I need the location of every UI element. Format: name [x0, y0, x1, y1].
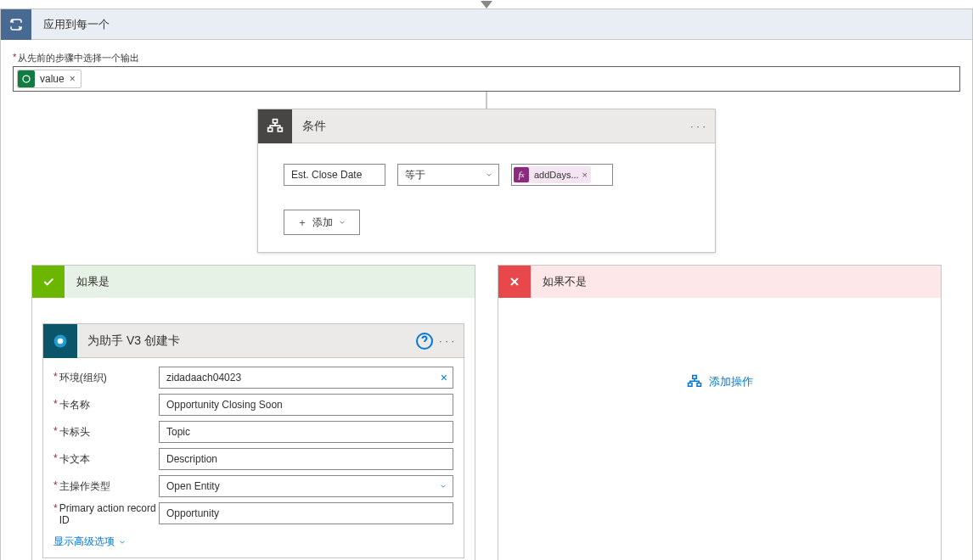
- value-token[interactable]: value ×: [17, 70, 82, 88]
- clear-icon[interactable]: ×: [441, 371, 447, 384]
- if-no-title: 如果不是: [543, 274, 587, 289]
- apply-to-each-header[interactable]: 应用到每一个: [1, 9, 972, 40]
- condition-operator-select[interactable]: 等于: [397, 164, 499, 186]
- svg-rect-9: [697, 384, 701, 387]
- svg-rect-8: [688, 384, 692, 387]
- svg-rect-7: [692, 376, 696, 379]
- plus-icon: ＋: [297, 216, 307, 230]
- chevron-down-icon: [439, 482, 447, 490]
- condition-left-value: Est. Close Date: [291, 169, 362, 181]
- condition-more-button[interactable]: · · ·: [686, 115, 710, 138]
- add-action-label: 添加操作: [709, 374, 753, 389]
- condition-title: 条件: [302, 119, 686, 134]
- env-input[interactable]: zidadaach04023 ×: [159, 367, 453, 389]
- chevron-down-icon: [338, 218, 346, 227]
- if-no-header: 如果不是: [498, 266, 941, 298]
- add-action-icon: [687, 374, 702, 389]
- fx-icon: fx: [514, 167, 529, 182]
- show-advanced-label: 显示高级选项: [53, 535, 115, 549]
- if-yes-header: 如果是: [32, 266, 475, 298]
- primary-action-type-select[interactable]: Open Entity: [159, 475, 453, 497]
- close-icon: [498, 266, 531, 298]
- card-text-label: *卡文本: [53, 452, 159, 467]
- help-icon[interactable]: [414, 331, 435, 351]
- svg-rect-1: [273, 119, 278, 122]
- expression-token-label: addDays...: [534, 170, 579, 180]
- card-text-input[interactable]: Description: [159, 448, 453, 470]
- apply-to-each-title: 应用到每一个: [43, 17, 110, 32]
- card-name-input[interactable]: Opportunity Closing Soon: [159, 394, 453, 416]
- condition-header[interactable]: 条件 · · ·: [258, 109, 715, 143]
- dynamics-icon: [43, 324, 77, 358]
- card-name-value: Opportunity Closing Soon: [166, 399, 283, 411]
- expression-token[interactable]: fx addDays... ×: [514, 166, 591, 183]
- card-text-value: Description: [166, 453, 217, 465]
- primary-record-value: Opportunity: [166, 507, 219, 519]
- svg-point-5: [58, 338, 64, 344]
- prev-output-input[interactable]: value ×: [13, 66, 960, 92]
- show-advanced-link[interactable]: 显示高级选项: [53, 535, 127, 549]
- apply-to-each-card: 应用到每一个 *从先前的步骤中选择一个输出 value ×: [0, 8, 973, 560]
- condition-icon: [258, 109, 292, 143]
- add-condition-button[interactable]: ＋ 添加: [284, 210, 360, 235]
- primary-action-type-label: *主操作类型: [53, 479, 159, 494]
- chevron-down-icon: [118, 538, 127, 546]
- card-header-value: Topic: [166, 426, 190, 438]
- card-name-label: *卡名称: [53, 398, 159, 412]
- env-value: zidadaach04023: [166, 372, 241, 384]
- svg-rect-2: [268, 127, 273, 131]
- remove-expression-icon[interactable]: ×: [582, 170, 588, 180]
- create-card-action: 为助手 V3 创建卡 · · · *环境(组织) zidadaach04023: [42, 323, 464, 558]
- primary-action-type-value: Open Entity: [166, 480, 220, 492]
- action-header[interactable]: 为助手 V3 创建卡 · · ·: [43, 324, 464, 358]
- condition-card: 条件 · · · Est. Close Date 等于 fx addDa: [257, 109, 716, 253]
- condition-right-input[interactable]: fx addDays... ×: [511, 164, 613, 186]
- card-header-label: *卡标头: [53, 425, 159, 440]
- chevron-down-icon: [485, 171, 493, 179]
- condition-operator-value: 等于: [405, 168, 425, 182]
- flow-arrow-icon: [481, 1, 492, 8]
- env-label: *环境(组织): [53, 371, 159, 385]
- remove-token-icon[interactable]: ×: [70, 73, 76, 85]
- dataverse-icon: [18, 70, 35, 87]
- primary-record-label: *Primary action record ID: [53, 502, 159, 526]
- condition-left-input[interactable]: Est. Close Date: [284, 164, 385, 186]
- action-more-button[interactable]: · · ·: [435, 329, 458, 353]
- prev-output-label: *从先前的步骤中选择一个输出: [13, 52, 960, 64]
- value-token-label: value: [40, 73, 65, 85]
- if-yes-title: 如果是: [76, 274, 110, 289]
- prev-output-label-text: 从先前的步骤中选择一个输出: [18, 52, 139, 64]
- primary-record-input[interactable]: Opportunity: [159, 502, 453, 524]
- svg-rect-3: [278, 127, 282, 131]
- if-no-branch: 如果不是 添加操作: [498, 265, 942, 560]
- check-icon: [32, 266, 65, 298]
- if-yes-branch: 如果是 为助手 V3 创建卡 · · ·: [31, 265, 475, 560]
- add-condition-label: 添加: [312, 216, 333, 230]
- card-header-input[interactable]: Topic: [159, 421, 453, 443]
- loop-icon: [1, 9, 31, 40]
- action-title: 为助手 V3 创建卡: [87, 333, 414, 349]
- svg-point-0: [23, 76, 30, 82]
- add-action-button[interactable]: 添加操作: [687, 374, 753, 389]
